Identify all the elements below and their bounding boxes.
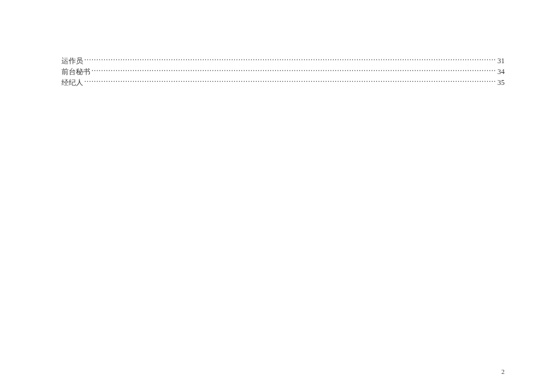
toc-entry-title: 前台秘书 [61, 66, 90, 77]
toc-entry: 运作员 31 [61, 55, 505, 66]
document-page: 运作员 31 前台秘书 34 经纪人 35 2 [0, 0, 554, 392]
toc-entry-page: 34 [497, 66, 505, 77]
toc-entry: 前台秘书 34 [61, 66, 505, 77]
table-of-contents: 运作员 31 前台秘书 34 经纪人 35 [61, 55, 505, 88]
toc-leader-dots [84, 78, 496, 85]
toc-leader-dots [84, 56, 496, 63]
toc-entry-title: 运作员 [61, 55, 83, 66]
toc-entry-page: 35 [497, 77, 505, 88]
page-number: 2 [502, 368, 505, 375]
toc-entry-page: 31 [497, 55, 505, 66]
toc-entry: 经纪人 35 [61, 77, 505, 88]
toc-entry-title: 经纪人 [61, 77, 83, 88]
toc-leader-dots [92, 67, 496, 74]
